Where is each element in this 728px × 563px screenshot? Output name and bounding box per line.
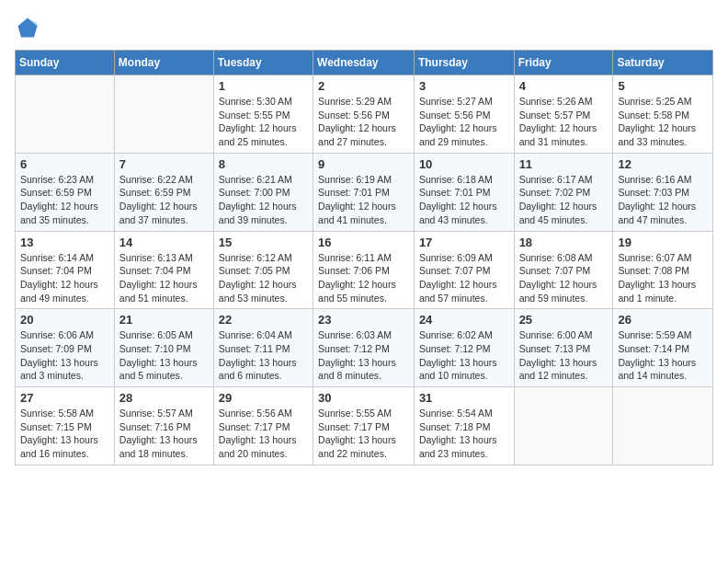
day-info: Sunrise: 5:58 AMSunset: 7:15 PMDaylight:… <box>20 407 109 461</box>
calendar-cell: 21Sunrise: 6:05 AMSunset: 7:10 PMDayligh… <box>114 309 213 387</box>
day-info: Sunrise: 6:18 AMSunset: 7:01 PMDaylight:… <box>419 173 509 227</box>
day-info: Sunrise: 6:12 AMSunset: 7:05 PMDaylight:… <box>219 251 308 305</box>
day-number: 4 <box>519 79 609 93</box>
calendar-cell: 27Sunrise: 5:58 AMSunset: 7:15 PMDayligh… <box>16 387 115 465</box>
calendar-cell: 9Sunrise: 6:19 AMSunset: 7:01 PMDaylight… <box>313 153 415 231</box>
day-number: 20 <box>20 313 109 327</box>
day-info: Sunrise: 6:02 AMSunset: 7:12 PMDaylight:… <box>419 328 509 383</box>
day-number: 6 <box>20 157 109 171</box>
calendar-cell: 26Sunrise: 5:59 AMSunset: 7:14 PMDayligh… <box>613 309 713 387</box>
day-number: 29 <box>219 391 308 405</box>
day-info: Sunrise: 5:26 AMSunset: 5:57 PMDaylight:… <box>519 95 609 149</box>
calendar-cell: 2Sunrise: 5:29 AMSunset: 5:56 PMDaylight… <box>313 75 415 154</box>
calendar-cell: 12Sunrise: 6:16 AMSunset: 7:03 PMDayligh… <box>613 153 713 231</box>
day-info: Sunrise: 6:09 AMSunset: 7:07 PMDaylight:… <box>419 251 509 305</box>
calendar-cell: 15Sunrise: 6:12 AMSunset: 7:05 PMDayligh… <box>213 231 313 309</box>
day-info: Sunrise: 6:06 AMSunset: 7:09 PMDaylight:… <box>20 328 109 383</box>
calendar-cell: 14Sunrise: 6:13 AMSunset: 7:04 PMDayligh… <box>114 231 213 309</box>
day-number: 11 <box>519 157 609 171</box>
day-info: Sunrise: 6:05 AMSunset: 7:10 PMDaylight:… <box>119 328 209 383</box>
day-number: 16 <box>318 236 409 249</box>
day-number: 10 <box>419 157 509 171</box>
calendar-cell: 6Sunrise: 6:23 AMSunset: 6:59 PMDaylight… <box>16 153 115 231</box>
day-number: 19 <box>618 236 708 249</box>
col-header-monday: Monday <box>114 51 213 75</box>
page-header <box>15 15 713 40</box>
calendar-cell <box>114 75 213 154</box>
calendar-week-row: 27Sunrise: 5:58 AMSunset: 7:15 PMDayligh… <box>16 387 713 465</box>
day-info: Sunrise: 6:04 AMSunset: 7:11 PMDaylight:… <box>219 328 308 383</box>
svg-marker-0 <box>18 18 38 38</box>
day-info: Sunrise: 6:17 AMSunset: 7:02 PMDaylight:… <box>519 173 609 227</box>
day-number: 2 <box>318 79 409 93</box>
day-number: 14 <box>119 236 209 249</box>
calendar-week-row: 1Sunrise: 5:30 AMSunset: 5:55 PMDaylight… <box>16 75 713 154</box>
calendar-cell: 4Sunrise: 5:26 AMSunset: 5:57 PMDaylight… <box>514 75 613 154</box>
day-info: Sunrise: 6:08 AMSunset: 7:07 PMDaylight:… <box>519 251 609 305</box>
day-info: Sunrise: 5:56 AMSunset: 7:17 PMDaylight:… <box>219 407 308 461</box>
calendar-cell: 22Sunrise: 6:04 AMSunset: 7:11 PMDayligh… <box>213 309 313 387</box>
day-number: 1 <box>219 79 308 93</box>
calendar-cell <box>613 387 713 465</box>
day-info: Sunrise: 5:57 AMSunset: 7:16 PMDaylight:… <box>119 407 209 461</box>
calendar-cell: 19Sunrise: 6:07 AMSunset: 7:08 PMDayligh… <box>613 231 713 309</box>
calendar-week-row: 6Sunrise: 6:23 AMSunset: 6:59 PMDaylight… <box>16 153 713 231</box>
day-info: Sunrise: 6:22 AMSunset: 6:59 PMDaylight:… <box>119 173 209 227</box>
calendar-cell: 30Sunrise: 5:55 AMSunset: 7:17 PMDayligh… <box>313 387 415 465</box>
day-number: 31 <box>419 391 509 405</box>
day-number: 23 <box>318 313 409 327</box>
calendar-cell: 5Sunrise: 5:25 AMSunset: 5:58 PMDaylight… <box>613 75 713 154</box>
col-header-friday: Friday <box>514 51 613 75</box>
day-number: 13 <box>20 236 109 249</box>
day-info: Sunrise: 6:21 AMSunset: 7:00 PMDaylight:… <box>219 173 308 227</box>
calendar-cell <box>514 387 613 465</box>
calendar-cell: 11Sunrise: 6:17 AMSunset: 7:02 PMDayligh… <box>514 153 613 231</box>
calendar-cell <box>16 75 115 154</box>
calendar-cell: 20Sunrise: 6:06 AMSunset: 7:09 PMDayligh… <box>16 309 115 387</box>
day-number: 5 <box>618 79 708 93</box>
day-info: Sunrise: 6:16 AMSunset: 7:03 PMDaylight:… <box>618 173 708 227</box>
day-info: Sunrise: 6:14 AMSunset: 7:04 PMDaylight:… <box>20 251 109 305</box>
day-info: Sunrise: 6:19 AMSunset: 7:01 PMDaylight:… <box>318 173 409 227</box>
calendar-week-row: 13Sunrise: 6:14 AMSunset: 7:04 PMDayligh… <box>16 231 713 309</box>
day-info: Sunrise: 6:00 AMSunset: 7:13 PMDaylight:… <box>519 328 609 383</box>
col-header-tuesday: Tuesday <box>213 51 313 75</box>
calendar-cell: 3Sunrise: 5:27 AMSunset: 5:56 PMDaylight… <box>414 75 514 154</box>
day-info: Sunrise: 5:30 AMSunset: 5:55 PMDaylight:… <box>219 95 308 149</box>
calendar-cell: 7Sunrise: 6:22 AMSunset: 6:59 PMDaylight… <box>114 153 213 231</box>
day-number: 26 <box>618 313 708 327</box>
calendar-header-row: SundayMondayTuesdayWednesdayThursdayFrid… <box>16 51 713 75</box>
day-number: 21 <box>119 313 209 327</box>
calendar-cell: 1Sunrise: 5:30 AMSunset: 5:55 PMDaylight… <box>213 75 313 154</box>
day-number: 17 <box>419 236 509 249</box>
calendar-cell: 23Sunrise: 6:03 AMSunset: 7:12 PMDayligh… <box>313 309 415 387</box>
day-info: Sunrise: 6:11 AMSunset: 7:06 PMDaylight:… <box>318 251 409 305</box>
calendar-cell: 28Sunrise: 5:57 AMSunset: 7:16 PMDayligh… <box>114 387 213 465</box>
day-number: 9 <box>318 157 409 171</box>
day-info: Sunrise: 5:27 AMSunset: 5:56 PMDaylight:… <box>419 95 509 149</box>
day-info: Sunrise: 6:03 AMSunset: 7:12 PMDaylight:… <box>318 328 409 383</box>
day-info: Sunrise: 5:25 AMSunset: 5:58 PMDaylight:… <box>618 95 708 149</box>
day-number: 25 <box>519 313 609 327</box>
day-info: Sunrise: 6:13 AMSunset: 7:04 PMDaylight:… <box>119 251 209 305</box>
calendar-cell: 10Sunrise: 6:18 AMSunset: 7:01 PMDayligh… <box>414 153 514 231</box>
calendar-cell: 13Sunrise: 6:14 AMSunset: 7:04 PMDayligh… <box>16 231 115 309</box>
logo-icon <box>15 15 40 40</box>
col-header-saturday: Saturday <box>613 51 713 75</box>
col-header-wednesday: Wednesday <box>313 51 415 75</box>
day-number: 7 <box>119 157 209 171</box>
calendar-cell: 25Sunrise: 6:00 AMSunset: 7:13 PMDayligh… <box>514 309 613 387</box>
day-number: 15 <box>219 236 308 249</box>
day-info: Sunrise: 5:55 AMSunset: 7:17 PMDaylight:… <box>318 407 409 461</box>
day-number: 24 <box>419 313 509 327</box>
day-number: 8 <box>219 157 308 171</box>
calendar-table: SundayMondayTuesdayWednesdayThursdayFrid… <box>15 50 713 465</box>
day-info: Sunrise: 5:59 AMSunset: 7:14 PMDaylight:… <box>618 328 708 383</box>
calendar-week-row: 20Sunrise: 6:06 AMSunset: 7:09 PMDayligh… <box>16 309 713 387</box>
day-number: 27 <box>20 391 109 405</box>
day-info: Sunrise: 5:29 AMSunset: 5:56 PMDaylight:… <box>318 95 409 149</box>
calendar-cell: 17Sunrise: 6:09 AMSunset: 7:07 PMDayligh… <box>414 231 514 309</box>
day-info: Sunrise: 6:23 AMSunset: 6:59 PMDaylight:… <box>20 173 109 227</box>
calendar-cell: 24Sunrise: 6:02 AMSunset: 7:12 PMDayligh… <box>414 309 514 387</box>
day-number: 30 <box>318 391 409 405</box>
